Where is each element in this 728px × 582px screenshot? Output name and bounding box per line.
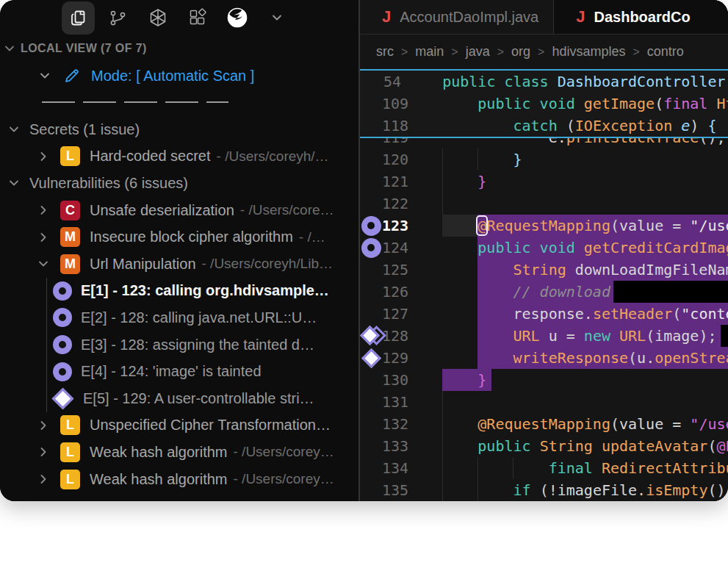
- sanitizer-marker-icon[interactable]: [361, 348, 381, 368]
- code-line[interactable]: 135 if (!imageFile.isEmpty(): [360, 479, 728, 501]
- line-body: public class DashboardController: [407, 71, 728, 93]
- code-line[interactable]: 121 }: [360, 170, 728, 193]
- line-body: }: [407, 369, 728, 391]
- code-line[interactable]: 132 @RequestMapping(value = "/use: [360, 413, 728, 435]
- code-line[interactable]: 127 response.setHeader("conte: [360, 303, 728, 325]
- issue-path: - /Users/corey…: [234, 444, 334, 460]
- code-gutter: 119: [360, 138, 407, 148]
- line-body: public void getCreditCardImag: [407, 237, 728, 259]
- issue-label: Weak hash algorithm: [90, 471, 228, 488]
- issue-row[interactable]: LUnspecified Cipher Transformation…: [0, 412, 358, 439]
- event-marker-icon: [53, 281, 72, 301]
- line-body: e.printStackTrace();: [407, 138, 728, 148]
- code-gutter: 125: [360, 259, 407, 281]
- redaction-box: [721, 325, 728, 347]
- double-marker-icon[interactable]: [363, 328, 379, 344]
- breadcrumb-item[interactable]: main: [415, 44, 444, 60]
- chevron-right-icon: >: [401, 46, 408, 59]
- code-text: response.setHeader("conte: [407, 303, 728, 324]
- code-text: }: [407, 171, 486, 192]
- code-line[interactable]: 123 @RequestMapping(value = "/use: [360, 215, 728, 237]
- breadcrumb-item[interactable]: hdivsamples: [552, 44, 625, 60]
- chevron-right-icon: [37, 150, 50, 163]
- code-line[interactable]: 133 public String updateAvatar(@P: [360, 435, 728, 457]
- event-row[interactable]: E[2] - 128: calling java.net.URL::U…: [0, 304, 358, 331]
- code-body[interactable]: 120 }121 }122123 @RequestMapping(value =…: [360, 148, 728, 501]
- editor-tab-accountdaoimpl-java[interactable]: JAccountDaoImpl.java: [360, 0, 554, 34]
- extensions-icon[interactable]: [181, 1, 214, 35]
- issue-path: - /Users/coreyh/Lib…: [202, 256, 333, 272]
- chevron-right-icon: [37, 231, 50, 244]
- sidebar-section-secrets[interactable]: Secrets (1 issue): [0, 116, 358, 143]
- indent-guide: [442, 193, 443, 215]
- code-line[interactable]: 122: [360, 193, 728, 215]
- code-line[interactable]: 125 String downLoadImgFileNam: [360, 259, 728, 281]
- scanner-logo-icon[interactable]: [220, 1, 253, 35]
- code-gutter: 132: [360, 413, 407, 435]
- code-line[interactable]: 130 }: [360, 369, 728, 391]
- gutter-marker-slot: [360, 170, 382, 193]
- breadcrumb: src>main>java>org>hdivsamples>contro: [360, 35, 728, 69]
- line-body: public void getImage(final Ht: [407, 93, 728, 115]
- issue-row[interactable]: MUrl Manipulation- /Users/coreyh/Lib…: [0, 251, 358, 278]
- line-body: [407, 391, 728, 413]
- breadcrumb-item[interactable]: contro: [647, 44, 684, 60]
- gutter-marker-slot: [360, 325, 382, 347]
- chevron-right-icon: [37, 419, 50, 432]
- files-icon[interactable]: [62, 1, 95, 35]
- issue-row[interactable]: LHard-coded secret- /Users/coreyh/…: [0, 143, 358, 170]
- chevron-right-icon: [37, 204, 50, 217]
- code-line[interactable]: 120 }: [360, 148, 728, 170]
- code-line[interactable]: 131: [360, 391, 728, 413]
- event-marker-icon[interactable]: [361, 216, 381, 236]
- gutter-marker-slot: [360, 71, 382, 93]
- code-line[interactable]: 134 final RedirectAttribu: [360, 457, 728, 479]
- code-line[interactable]: 129 writeResponse(u.openStrea: [360, 347, 728, 369]
- issue-label: Url Manipulation: [90, 256, 196, 273]
- event-marker-icon: [53, 362, 72, 381]
- code-gutter: 121: [360, 170, 407, 193]
- line-body: String downLoadImgFileNam: [407, 259, 728, 281]
- issue-row[interactable]: MInsecure block cipher algorithm- /…: [0, 223, 358, 251]
- gutter-marker-slot: [360, 457, 382, 479]
- code-line[interactable]: 118 catch (IOException e) {: [360, 115, 728, 137]
- breadcrumb-item[interactable]: org: [511, 44, 530, 60]
- code-line[interactable]: 126 // download: [360, 281, 728, 303]
- event-row[interactable]: E[4] - 124: 'image' is tainted: [0, 358, 358, 385]
- issue-row[interactable]: CUnsafe deserialization- /Users/core…: [0, 197, 358, 224]
- breadcrumb-item[interactable]: java: [466, 44, 490, 60]
- cube-icon[interactable]: [141, 1, 174, 35]
- chevron-down-icon[interactable]: [260, 1, 293, 35]
- line-body: catch (IOException e) {: [407, 115, 728, 137]
- event-marker-icon[interactable]: [361, 238, 381, 258]
- code-gutter: 120: [360, 148, 407, 170]
- editor-tab-dashboardco[interactable]: JDashboardCo: [554, 0, 728, 34]
- local-view-header[interactable]: LOCAL VIEW (7 OF 7): [0, 35, 358, 62]
- sidebar-section-vulnerabilities[interactable]: Vulnerabilities (6 issues): [0, 170, 358, 197]
- gutter-marker-slot: [360, 237, 382, 259]
- code-text: if (!imageFile.isEmpty(): [407, 480, 726, 500]
- code-gutter: 127: [360, 303, 407, 325]
- scan-mode-row[interactable]: Mode: [ Automatic Scan ]: [0, 62, 358, 90]
- event-label: E[1] - 123: calling org.hdivsample…: [81, 282, 329, 299]
- code-editor[interactable]: JAccountDaoImpl.javaJDashboardCo src>mai…: [360, 0, 728, 501]
- event-row[interactable]: E[5] - 129: A user-controllable stri…: [0, 385, 358, 412]
- line-body: writeResponse(u.openStrea: [407, 347, 728, 369]
- event-row[interactable]: E[3] - 128: assigning the tainted d…: [0, 331, 358, 359]
- event-row[interactable]: E[1] - 123: calling org.hdivsample…: [0, 278, 358, 305]
- issue-path: - /Users/core…: [240, 202, 334, 218]
- code-line[interactable]: 54 public class DashboardController: [360, 71, 728, 93]
- issue-row[interactable]: LWeak hash algorithm- /Users/corey…: [0, 466, 358, 493]
- event-label: E[5] - 129: A user-controllable stri…: [83, 390, 314, 407]
- issue-row[interactable]: LWeak hash algorithm- /Users/corey…: [0, 439, 358, 466]
- code-line[interactable]: 119 e.printStackTrace();: [360, 138, 728, 148]
- code-line[interactable]: 109 public void getImage(final Ht: [360, 93, 728, 115]
- line-body: @RequestMapping(value = "/use: [407, 215, 728, 237]
- breadcrumb-item[interactable]: src: [376, 44, 394, 60]
- source-control-icon[interactable]: [101, 1, 134, 35]
- code-line[interactable]: 124 public void getCreditCardImag: [360, 237, 728, 259]
- code-line[interactable]: 128 URL u = new URL(image);: [360, 325, 728, 347]
- issue-path: - /Users/corey…: [234, 471, 334, 487]
- sticky-scroll[interactable]: 54 public class DashboardController109 p…: [360, 71, 728, 137]
- gutter-marker-slot: [360, 435, 382, 457]
